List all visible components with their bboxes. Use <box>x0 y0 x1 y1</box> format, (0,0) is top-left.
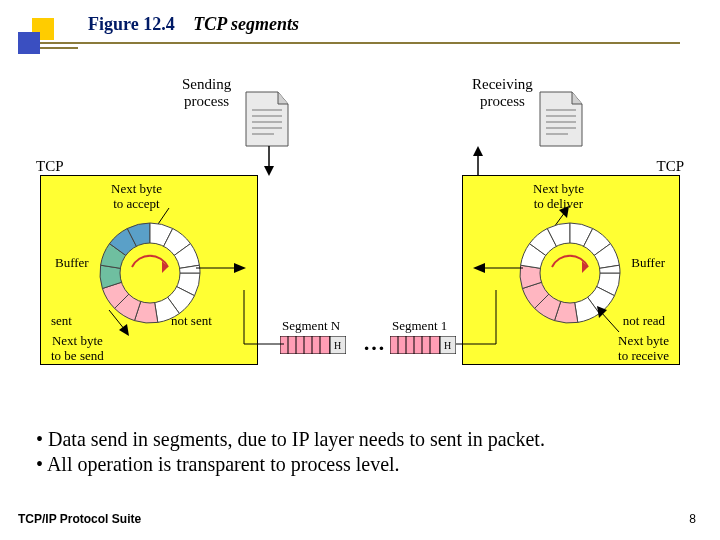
title-underline <box>18 42 680 44</box>
sent-label: sent <box>51 314 72 329</box>
document-icon <box>244 90 290 148</box>
buffer-label: Buffer <box>55 256 89 271</box>
svg-marker-31 <box>597 306 607 318</box>
sending-process-label: Sending process <box>182 76 231 110</box>
next-byte-receive-label: Next byte to receive <box>618 334 669 364</box>
arrow-up-icon <box>471 146 485 176</box>
figure-caption: TCP segments <box>193 14 299 34</box>
ellipsis: … <box>363 330 385 356</box>
slide-title: Figure 12.4 TCP segments <box>88 14 299 35</box>
svg-point-26 <box>540 243 600 303</box>
svg-marker-23 <box>119 324 129 336</box>
bullet-item: • Data send in segments, due to IP layer… <box>36 428 545 451</box>
svg-marker-21 <box>234 263 246 273</box>
svg-point-18 <box>120 243 180 303</box>
figure-number: Figure 12.4 <box>88 14 175 34</box>
arrow-right-icon <box>196 256 246 280</box>
arrow-out-icon <box>105 306 135 336</box>
bullet-item: • All operation is transparent to proces… <box>36 453 545 476</box>
next-byte-send-label: Next byte to be send <box>51 334 104 364</box>
not-sent-label: not sent <box>171 314 212 329</box>
svg-line-30 <box>601 312 619 332</box>
buffer-label: Buffer <box>631 256 665 271</box>
document-icon <box>538 90 584 148</box>
tcp-label-left: TCP <box>36 158 64 175</box>
segment-n-label: Segment N <box>282 318 340 334</box>
slide-bullets: • Data send in segments, due to IP layer… <box>36 428 545 478</box>
page-number: 8 <box>689 512 696 526</box>
receiving-process-label: Receiving process <box>472 76 533 110</box>
arrow-in-down-icon <box>593 306 623 336</box>
svg-marker-15 <box>473 146 483 156</box>
segment-icon: H <box>390 336 456 354</box>
svg-line-22 <box>109 310 125 330</box>
arrow-down-icon <box>262 146 276 176</box>
footer-suite: TCP/IP Protocol Suite <box>18 512 141 526</box>
connector-line <box>240 290 290 346</box>
tcp-label-right: TCP <box>656 158 684 175</box>
not-read-label: not read <box>623 314 665 329</box>
svg-marker-7 <box>264 166 274 176</box>
svg-marker-29 <box>473 263 485 273</box>
slide-corner-ornament <box>18 18 68 68</box>
tcp-segments-diagram: Sending process Receiving process TCP TC… <box>40 80 680 400</box>
connector-line <box>450 290 500 346</box>
svg-text:H: H <box>334 340 341 351</box>
sending-buffer-box: Next byte to accept Buffer <box>40 175 258 365</box>
segment-1-label: Segment 1 <box>392 318 447 334</box>
arrow-left-icon <box>473 256 523 280</box>
